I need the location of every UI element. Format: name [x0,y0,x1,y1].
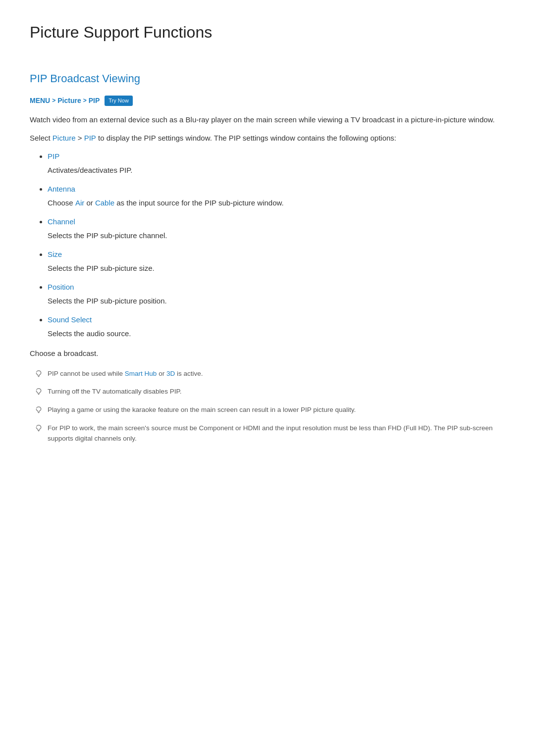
item-desc-sound-select: Selects the audio source. [48,328,505,340]
choose-broadcast-text: Choose a broadcast. [30,348,505,359]
note-text-3: Playing a game or using the karaoke feat… [48,404,505,415]
desc2-picture: Picture [53,134,76,142]
antenna-desc-prefix: Choose [48,199,75,207]
item-desc-antenna: Choose Air or Cable as the input source … [48,197,505,209]
desc2-mid: > [76,134,84,142]
note1-mid: or [157,370,166,377]
breadcrumb-sep1: > [52,96,55,105]
note-text-4: For PIP to work, the main screen's sourc… [48,423,505,444]
breadcrumb: MENU > Picture > PIP Try Now [30,95,505,106]
item-title-sound-select: Sound Select [48,315,92,324]
note-icon-2 [35,387,43,399]
svg-rect-2 [38,412,39,413]
note1-suffix: is active. [175,370,203,377]
page-title: Picture Support Functions [30,20,505,50]
note-icon-1 [35,369,43,381]
description-2: Select Picture > PIP to display the PIP … [30,132,505,145]
breadcrumb-menu: MENU [30,95,50,106]
item-title-antenna: Antenna [48,185,75,193]
note1-3d: 3D [166,370,175,377]
note-item-2: Turning off the TV automatically disable… [35,386,505,399]
try-now-badge[interactable]: Try Now [105,96,133,106]
desc2-prefix: Select [30,134,53,142]
item-desc-pip: Activates/deactivates PIP. [48,164,505,176]
list-item-antenna: Antenna Choose Air or Cable as the input… [48,183,505,209]
notes-list: PIP cannot be used while Smart Hub or 3D… [35,368,505,444]
note-item-3: Playing a game or using the karaoke feat… [35,404,505,417]
item-title-size: Size [48,250,62,258]
note1-prefix: PIP cannot be used while [48,370,125,377]
item-desc-size: Selects the PIP sub-picture size. [48,262,505,274]
list-item-size: Size Selects the PIP sub-picture size. [48,249,505,274]
note-icon-3 [35,405,43,417]
pip-options-list: PIP Activates/deactivates PIP. Antenna C… [48,151,505,340]
item-title-channel: Channel [48,217,75,226]
note-text-2: Turning off the TV automatically disable… [48,386,505,397]
breadcrumb-picture: Picture [57,95,81,106]
item-title-pip: PIP [48,152,59,160]
item-title-position: Position [48,283,74,291]
breadcrumb-pip: PIP [89,95,100,106]
list-item-pip: PIP Activates/deactivates PIP. [48,151,505,176]
svg-rect-3 [38,430,39,431]
antenna-desc-mid: or [84,199,95,207]
breadcrumb-sep2: > [83,96,87,105]
section-title: PIP Broadcast Viewing [30,70,505,87]
antenna-air: Air [75,199,84,207]
list-item-sound-select: Sound Select Selects the audio source. [48,314,505,340]
list-item-channel: Channel Selects the PIP sub-picture chan… [48,216,505,242]
note-text-1: PIP cannot be used while Smart Hub or 3D… [48,368,505,379]
description-1: Watch video from an external device such… [30,113,505,126]
list-item-position: Position Selects the PIP sub-picture pos… [48,281,505,307]
desc2-pip: PIP [84,134,96,142]
desc2-suffix: to display the PIP settings window. The … [96,134,396,142]
item-desc-position: Selects the PIP sub-picture position. [48,295,505,307]
note-item-1: PIP cannot be used while Smart Hub or 3D… [35,368,505,381]
antenna-desc-suffix: as the input source for the PIP sub-pict… [114,199,284,207]
note-icon-4 [35,424,43,435]
note1-smarthub: Smart Hub [125,370,157,377]
svg-rect-1 [38,394,39,395]
note-item-4: For PIP to work, the main screen's sourc… [35,423,505,444]
antenna-cable: Cable [95,199,114,207]
item-desc-channel: Selects the PIP sub-picture channel. [48,230,505,242]
svg-rect-0 [38,376,39,377]
